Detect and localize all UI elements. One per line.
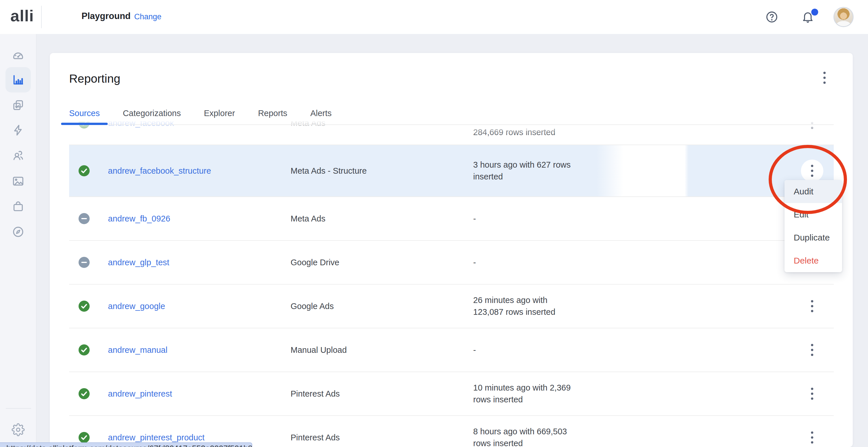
alli-logo[interactable]: alli [10,6,34,25]
source-type: Meta Ads [290,214,473,224]
status-paused-icon [78,213,90,225]
row-actions-button[interactable] [801,339,824,361]
last-update: 8 hours ago with 669,503 rows inserted [473,426,571,447]
source-name-link[interactable]: andrew_pinterest_product [108,433,290,442]
sidebar-item-tasks-icon[interactable] [11,98,25,112]
status-ok-icon [78,431,90,444]
sidebar-item-media-icon[interactable] [11,175,25,188]
tab-categorizations[interactable]: Categorizations [123,102,181,124]
sidebar-item-automation-icon[interactable] [11,124,25,137]
last-update: 10 minutes ago with 2,369 rows inserted [473,382,571,406]
workspace-name: Playground [82,11,131,21]
user-avatar[interactable] [833,7,854,27]
sidebar-item-explore-icon[interactable] [11,225,25,238]
source-name-link[interactable]: andrew_facebook_structure [108,166,290,176]
status-cell [69,165,108,177]
sources-table: andrew_facebookMeta Ads284,669 rows inse… [69,121,853,447]
status-cell [69,388,108,400]
table-row: andrew_googleGoogle Ads26 minutes ago wi… [69,285,834,328]
status-paused-icon [78,256,90,268]
source-name-link[interactable]: andrew_google [108,302,290,311]
last-update: - [473,344,571,356]
notification-badge [811,9,818,16]
sidebar-item-dashboard-icon[interactable] [11,48,25,61]
sidebar-item-reporting-icon[interactable] [11,73,25,86]
row-actions-button[interactable] [801,159,824,182]
kebab-icon [811,388,813,400]
row-actions-button[interactable] [801,295,824,318]
tab-bar: SourcesCategorizationsExplorerReportsAle… [69,102,834,125]
status-cell [69,344,108,356]
top-bar: alli Playground Change [0,0,868,34]
status-cell [69,300,108,312]
kebab-icon [811,300,813,312]
source-type: Google Drive [290,258,473,267]
menu-item-delete[interactable]: Delete [784,249,842,272]
menu-item-edit[interactable]: Edit [784,203,842,226]
source-name-link[interactable]: andrew_pinterest [108,389,290,398]
table-row: andrew_fb_0926Meta Ads- [69,197,834,241]
sidebar-item-shopping-icon[interactable] [11,200,25,213]
row-actions-button[interactable] [801,426,824,447]
app-window: alli Playground Change Reporting Sources… [0,0,868,447]
help-icon[interactable] [765,10,779,24]
settings-icon[interactable] [11,423,25,436]
menu-item-audit[interactable]: Audit [784,180,842,203]
tab-sources[interactable]: Sources [69,102,100,124]
table-row: andrew_facebook_structureMeta Ads - Stru… [69,145,834,197]
row-actions-button[interactable] [801,383,824,405]
status-cell [69,256,108,268]
reporting-card: Reporting SourcesCategorizationsExplorer… [50,53,853,447]
sidebar-item-audiences-icon[interactable] [11,149,25,162]
table-row: andrew_manualManual Upload- [69,328,834,372]
sidebar-nav [0,34,37,447]
table-row: andrew_glp_testGoogle Drive- [69,241,834,285]
kebab-icon [824,72,826,84]
last-update: - [473,213,571,225]
logo-divider [41,6,42,28]
source-type: Pinterest Ads [290,389,473,398]
last-update: - [473,257,571,268]
kebab-icon [811,344,813,356]
last-update: 3 hours ago with 627 rows inserted [473,159,571,183]
page-title: Reporting [69,72,120,86]
source-type: Pinterest Ads [290,433,473,442]
card-menu-button[interactable] [817,70,832,85]
tab-alerts[interactable]: Alerts [310,102,332,124]
source-type: Google Ads [290,302,473,311]
menu-item-duplicate[interactable]: Duplicate [784,226,842,249]
sidebar-divider [6,408,31,409]
source-name-link[interactable]: andrew_manual [108,345,290,355]
last-update: 284,669 rows inserted [473,126,571,145]
row-context-menu: AuditEditDuplicateDelete [784,180,842,272]
table-row: andrew_pinterestPinterest Ads10 minutes … [69,372,834,416]
source-type: Manual Upload [290,345,473,355]
status-ok-icon [78,344,90,356]
status-ok-icon [78,388,90,400]
kebab-icon [811,431,813,444]
source-name-link[interactable]: andrew_fb_0926 [108,214,290,224]
change-workspace-link[interactable]: Change [134,12,161,21]
source-name-link[interactable]: andrew_glp_test [108,258,290,267]
status-ok-icon [78,300,90,312]
tab-explorer[interactable]: Explorer [204,102,235,124]
status-ok-icon [78,165,90,177]
source-type: Meta Ads - Structure [290,166,473,176]
link-status-bar: https://data.alliplatform.com/datasource… [0,442,252,447]
kebab-icon [811,165,813,177]
status-cell [69,431,108,444]
status-cell [69,213,108,225]
tab-reports[interactable]: Reports [258,102,287,124]
last-update: 26 minutes ago with 123,087 rows inserte… [473,294,571,318]
